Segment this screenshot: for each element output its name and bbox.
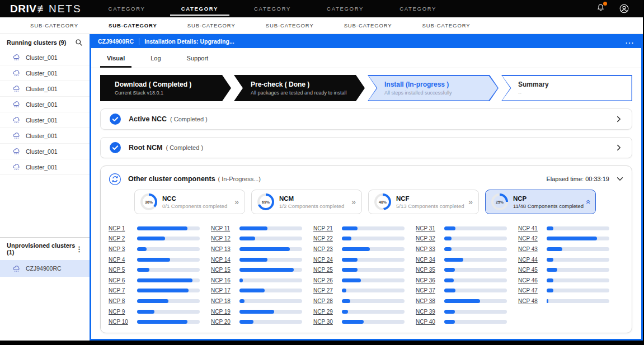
- detail-menu-button[interactable]: ...: [626, 37, 634, 45]
- cluster-list-item[interactable]: Cluster_001: [0, 50, 90, 65]
- tab-support[interactable]: Support: [187, 48, 209, 68]
- cluster-list-item[interactable]: Cluster_001: [0, 65, 90, 81]
- double-chevron-icon[interactable]: »: [468, 198, 473, 206]
- ncp-link[interactable]: NCP 35: [416, 267, 439, 273]
- ncp-link[interactable]: NCP 9: [109, 309, 132, 315]
- sub-category-tab[interactable]: SUB-CATEGORY: [266, 22, 314, 29]
- cluster-list-item[interactable]: Cluster_001: [0, 81, 90, 97]
- double-chevron-icon[interactable]: »: [584, 200, 591, 204]
- component-card-text: NCF5/13 Components completed: [396, 195, 464, 209]
- ncp-link[interactable]: NCP 38: [416, 298, 439, 304]
- ncp-progress-track: [239, 247, 302, 251]
- ncp-progress-fill: [444, 299, 480, 303]
- ncp-link[interactable]: NCP 17: [211, 287, 234, 294]
- step-3[interactable]: Install (In-progress )All steps installe…: [368, 75, 499, 101]
- component-row[interactable]: Root NCM( Completed ): [100, 137, 632, 158]
- ncp-link[interactable]: NCP 23: [313, 246, 337, 252]
- sub-category-tab[interactable]: SUB-CATEGORY: [344, 22, 392, 29]
- cluster-list-item[interactable]: Cluster_001: [0, 128, 90, 144]
- component-card-ncf[interactable]: 48%NCF5/13 Components completed»: [368, 190, 479, 214]
- ncp-link[interactable]: NCP 20: [211, 319, 234, 325]
- ncp-link[interactable]: NCP 18: [211, 298, 234, 304]
- ncp-link[interactable]: NCP 43: [518, 246, 542, 252]
- step-1[interactable]: Download ( Completed )Current Stack v18.…: [100, 75, 231, 101]
- component-row[interactable]: Active NCC( Completed ): [100, 108, 632, 130]
- ncp-link[interactable]: NCP 36: [416, 277, 439, 283]
- kebab-menu-icon[interactable]: ⋮: [76, 245, 83, 253]
- category-tab[interactable]: CATEGORY: [254, 0, 291, 17]
- ncp-link[interactable]: NCP 46: [518, 277, 542, 283]
- ncp-link[interactable]: NCP 30: [313, 319, 337, 325]
- ncp-link[interactable]: NCP 10: [109, 319, 132, 325]
- ncp-progress-fill: [239, 278, 243, 282]
- ncp-link[interactable]: NCP 16: [211, 277, 234, 283]
- category-tab[interactable]: CATEGORY: [399, 0, 436, 17]
- ncp-link[interactable]: NCP 24: [313, 257, 337, 263]
- ncp-link[interactable]: NCP 15: [211, 267, 234, 273]
- ncp-link[interactable]: NCP 12: [211, 235, 234, 242]
- category-tab[interactable]: CATEGORY: [327, 0, 364, 17]
- bell-icon[interactable]: [596, 3, 605, 15]
- ncp-link[interactable]: NCP 27: [313, 287, 337, 294]
- step-2[interactable]: Pre-check ( Done )All packages are teste…: [234, 75, 365, 101]
- ncp-link[interactable]: NCP 22: [313, 235, 337, 242]
- sub-category-tab[interactable]: SUB-CATEGORY: [30, 22, 78, 29]
- sub-category-tab[interactable]: SUB-CATEGORY: [187, 22, 236, 29]
- ncp-link[interactable]: NCP 4: [109, 257, 132, 263]
- search-icon[interactable]: [75, 39, 83, 46]
- cluster-list-item[interactable]: Cluster_001: [0, 97, 90, 112]
- ncp-link[interactable]: NCP 2: [109, 235, 132, 242]
- ncp-link[interactable]: NCP 21: [313, 225, 337, 231]
- ncp-link[interactable]: NCP 29: [313, 309, 337, 315]
- ncp-link[interactable]: NCP 37: [416, 287, 439, 294]
- ncp-link[interactable]: NCP 47: [518, 287, 542, 294]
- chevron-right-icon[interactable]: [615, 115, 623, 123]
- ncp-link[interactable]: NCP 28: [313, 298, 337, 304]
- ncp-link[interactable]: NCP 3: [109, 246, 132, 252]
- cluster-list-item[interactable]: CZJ94900RC: [0, 260, 90, 277]
- ncp-link[interactable]: NCP 31: [416, 225, 439, 231]
- cluster-list-item[interactable]: Cluster_001: [0, 159, 90, 175]
- ncp-link[interactable]: NCP 34: [416, 257, 439, 263]
- chevron-down-icon[interactable]: [616, 175, 624, 183]
- ncp-link[interactable]: NCP 42: [518, 235, 542, 242]
- step-4[interactable]: Summary--: [501, 75, 632, 101]
- ncp-link[interactable]: NCP 11: [211, 225, 234, 231]
- account-icon[interactable]: [619, 3, 629, 14]
- ncp-link[interactable]: NCP 33: [416, 246, 439, 252]
- ncp-link[interactable]: NCP 45: [518, 267, 542, 273]
- ncp-progress-row: NCP 20: [211, 319, 302, 325]
- category-tab[interactable]: CATEGORY: [181, 0, 218, 17]
- tab-visual[interactable]: Visual: [107, 48, 125, 68]
- ncp-link[interactable]: NCP 14: [211, 257, 234, 263]
- ncp-link[interactable]: NCP 6: [109, 277, 132, 283]
- ncp-link[interactable]: NCP 39: [416, 309, 439, 315]
- cluster-list-item[interactable]: Cluster_001: [0, 144, 90, 159]
- ncp-link[interactable]: NCP 26: [313, 277, 337, 283]
- component-card-subtitle: 11/48 Components completed: [513, 203, 584, 209]
- ncp-link[interactable]: NCP 7: [109, 287, 132, 294]
- ncp-link[interactable]: NCP 1: [109, 225, 132, 231]
- component-card-ncm[interactable]: 69%NCM1/2 Components completed»: [251, 190, 362, 214]
- ncp-link[interactable]: NCP 13: [211, 246, 234, 252]
- ncp-link[interactable]: NCP 41: [518, 225, 542, 231]
- sub-category-tab[interactable]: SUB-CATEGORY: [109, 22, 157, 29]
- tab-log[interactable]: Log: [151, 48, 161, 68]
- category-tab[interactable]: CATEGORY: [109, 0, 145, 17]
- ncp-link[interactable]: NCP 19: [211, 309, 234, 315]
- cluster-list-item[interactable]: Cluster_001: [0, 112, 90, 128]
- ncp-link[interactable]: NCP 48: [518, 298, 542, 304]
- ncp-link[interactable]: NCP 25: [313, 267, 337, 273]
- double-chevron-icon[interactable]: »: [351, 198, 356, 206]
- ncp-progress-fill: [239, 289, 265, 292]
- ncp-link[interactable]: NCP 44: [518, 257, 542, 263]
- ncp-link[interactable]: NCP 32: [416, 235, 439, 242]
- ncp-link[interactable]: NCP 40: [416, 319, 439, 325]
- chevron-right-icon[interactable]: [615, 144, 623, 152]
- component-card-ncc[interactable]: 36%NCC0/1 Components completed»: [134, 190, 245, 214]
- component-card-ncp[interactable]: 25%NCP11/48 Components completed»: [485, 190, 596, 214]
- sub-category-tab[interactable]: SUB-CATEGORY: [422, 22, 471, 29]
- double-chevron-icon[interactable]: »: [234, 198, 239, 206]
- ncp-link[interactable]: NCP 8: [109, 298, 132, 304]
- ncp-link[interactable]: NCP 5: [109, 267, 132, 273]
